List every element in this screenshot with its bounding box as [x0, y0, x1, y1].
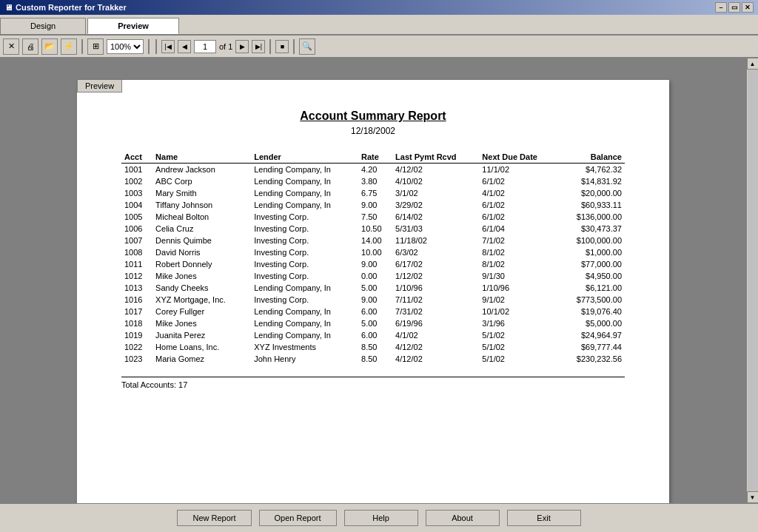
close-toolbar-button[interactable]: ✕: [3, 38, 19, 55]
separator-4: [269, 39, 271, 54]
table-cell: 6/19/96: [392, 317, 479, 329]
table-row: 1004Tiffany JohnsonLending Company, In9.…: [121, 199, 625, 211]
table-cell: 1022: [121, 341, 152, 353]
table-header-row: Acct Name Lender Rate Last Pymt Rcvd Nex…: [121, 151, 625, 164]
toolbar: ✕ 🖨 📂 ⚡ ⊞ 100% 75% 50% 150% |◀ ◀ of 1 ▶ …: [0, 36, 758, 58]
table-cell: 6/17/02: [392, 258, 479, 270]
table-cell: 0.00: [358, 270, 392, 282]
table-cell: 1012: [121, 270, 152, 282]
table-cell: XYZ Mortgage, Inc.: [152, 294, 251, 306]
scrollbar-vertical[interactable]: ▲ ▼: [746, 58, 758, 503]
nav-last-button[interactable]: ▶|: [252, 40, 265, 53]
table-cell: 7/11/02: [392, 294, 479, 306]
page-number-input[interactable]: [194, 40, 216, 53]
table-cell: 1005: [121, 211, 152, 223]
exit-button[interactable]: Exit: [507, 510, 581, 526]
report-date: 12/18/2002: [121, 126, 625, 136]
table-row: 1003Mary SmithLending Company, In6.753/1…: [121, 187, 625, 199]
table-cell: 11/1/02: [479, 164, 558, 176]
close-button[interactable]: ✕: [742, 2, 754, 13]
separator-5: [293, 39, 295, 54]
table-cell: 1004: [121, 199, 152, 211]
table-row: 1016XYZ Mortgage, Inc.Investing Corp.9.0…: [121, 294, 625, 306]
table-row: 1017Corey FullgerLending Company, In6.00…: [121, 306, 625, 317]
col-rate: Rate: [358, 151, 392, 164]
page-content: Preview Account Summary Report 12/18/200…: [77, 80, 669, 503]
tab-design[interactable]: Design: [0, 18, 86, 34]
table-cell: 5/1/02: [479, 329, 558, 341]
table-row: 1022Home Loans, Inc.XYZ Investments8.504…: [121, 341, 625, 353]
table-cell: John Henry: [251, 353, 358, 365]
table-cell: Investing Corp.: [251, 211, 358, 223]
table-cell: 1016: [121, 294, 152, 306]
stop-button[interactable]: ■: [275, 40, 289, 53]
open-report-button[interactable]: Open Report: [259, 510, 337, 526]
table-cell: $136,000.00: [558, 211, 625, 223]
table-cell: 5/1/02: [479, 353, 558, 365]
table-cell: 4/1/02: [479, 187, 558, 199]
table-cell: $14,831.92: [558, 175, 625, 187]
lightning-button[interactable]: ⚡: [61, 38, 77, 55]
table-cell: 1013: [121, 282, 152, 294]
table-cell: 1017: [121, 306, 152, 317]
separator-2: [148, 39, 150, 54]
new-report-button[interactable]: New Report: [177, 510, 251, 526]
table-row: 1013Sandy CheeksLending Company, In5.001…: [121, 282, 625, 294]
table-cell: Investing Corp.: [251, 246, 358, 258]
table-cell: $30,473.37: [558, 223, 625, 235]
grid-button[interactable]: ⊞: [87, 38, 104, 55]
nav-next-button[interactable]: ▶: [235, 40, 249, 53]
table-cell: 3/29/02: [392, 199, 479, 211]
preview-container: Preview Account Summary Report 12/18/200…: [0, 58, 758, 503]
search-button[interactable]: 🔍: [299, 38, 315, 55]
table-cell: 1001: [121, 164, 152, 176]
table-cell: 1008: [121, 246, 152, 258]
table-cell: Juanita Perez: [152, 329, 251, 341]
col-balance: Balance: [558, 151, 625, 164]
table-cell: $19,076.40: [558, 306, 625, 317]
print-button[interactable]: 🖨: [22, 38, 38, 55]
table-cell: 6/1/02: [479, 211, 558, 223]
table-cell: Robert Donnely: [152, 258, 251, 270]
table-cell: $60,933.11: [558, 199, 625, 211]
title-bar: 🖥 Custom Reporter for Trakker – ▭ ✕: [0, 0, 758, 15]
table-cell: 8.50: [358, 341, 392, 353]
about-button[interactable]: About: [426, 510, 500, 526]
table-cell: 14.00: [358, 235, 392, 246]
open-button[interactable]: 📂: [41, 38, 58, 55]
table-cell: 8.50: [358, 353, 392, 365]
table-cell: Maria Gomez: [152, 353, 251, 365]
zoom-select[interactable]: 100% 75% 50% 150%: [107, 39, 144, 54]
scroll-area[interactable]: Preview Account Summary Report 12/18/200…: [0, 58, 746, 503]
scroll-up-arrow[interactable]: ▲: [747, 58, 759, 70]
table-cell: 10.50: [358, 223, 392, 235]
restore-button[interactable]: ▭: [728, 2, 740, 13]
page-total: of 1: [219, 42, 232, 51]
table-cell: $230,232.56: [558, 353, 625, 365]
col-name: Name: [152, 151, 251, 164]
table-cell: $4,950.00: [558, 270, 625, 282]
table-cell: 6/1/04: [479, 223, 558, 235]
table-cell: $5,000.00: [558, 317, 625, 329]
tab-preview[interactable]: Preview: [87, 18, 179, 34]
col-acct: Acct: [121, 151, 152, 164]
table-cell: 1003: [121, 187, 152, 199]
title-bar-left: 🖥 Custom Reporter for Trakker: [4, 3, 127, 12]
table-cell: 10.00: [358, 246, 392, 258]
table-cell: $100,000.00: [558, 235, 625, 246]
tab-bar: Design Preview: [0, 15, 758, 36]
col-last-pymt: Last Pymt Rcvd: [392, 151, 479, 164]
table-cell: 8/1/02: [479, 246, 558, 258]
table-row: 1018Mike JonesLending Company, In5.006/1…: [121, 317, 625, 329]
minimize-button[interactable]: –: [715, 2, 727, 13]
nav-first-button[interactable]: |◀: [161, 40, 175, 53]
report-table: Acct Name Lender Rate Last Pymt Rcvd Nex…: [121, 151, 625, 365]
scroll-track[interactable]: [748, 70, 758, 491]
table-cell: Tiffany Johnson: [152, 199, 251, 211]
help-button[interactable]: Help: [344, 510, 418, 526]
table-cell: 3.80: [358, 175, 392, 187]
nav-prev-button[interactable]: ◀: [178, 40, 191, 53]
table-cell: 6/1/02: [479, 199, 558, 211]
table-cell: 6.00: [358, 329, 392, 341]
scroll-down-arrow[interactable]: ▼: [747, 491, 759, 503]
